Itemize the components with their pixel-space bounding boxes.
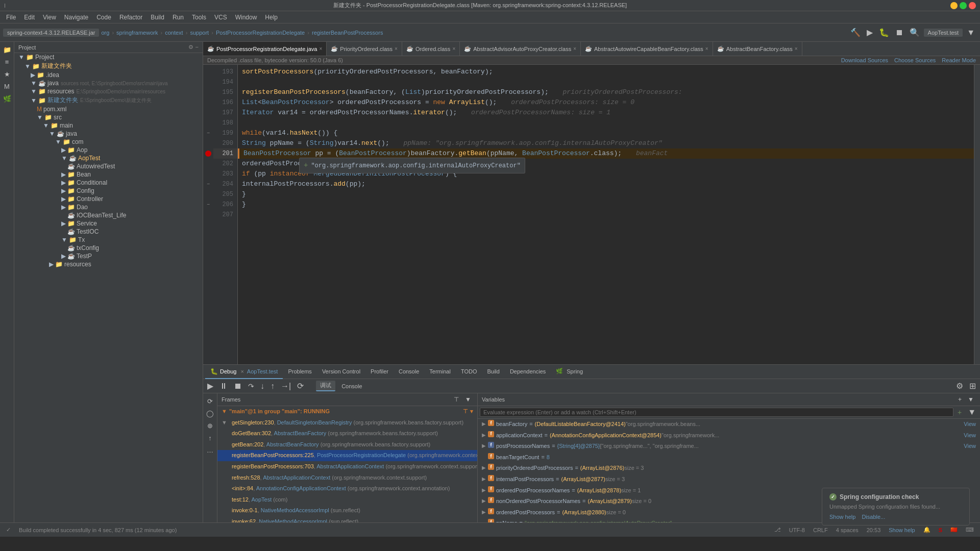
debug-resume-button[interactable]: ▶ [205,381,215,391]
tree-item-pom[interactable]: M pom.xml [14,105,203,113]
favorites-icon[interactable]: ★ [2,68,13,80]
debug-stepout-button[interactable]: ↑ [268,381,277,391]
eval-settings-button[interactable]: ▼ [966,407,978,417]
debug-more-icon[interactable]: … [205,444,216,456]
menu-code[interactable]: Code [92,13,115,22]
tree-item-project[interactable]: ▼ 📁 Project [14,53,203,61]
spring-disable-link[interactable]: Disable... [862,514,885,520]
stop-button[interactable]: ⏹ [893,28,905,38]
var-beanfactory-expand-icon[interactable]: ▶ [482,420,486,428]
frame-item-9[interactable]: ▼ invoke:62, NativeMethodAccessorImpl (s… [217,516,477,522]
vars-more-button[interactable]: ▼ [966,395,976,404]
build-button[interactable]: 🔨 [848,28,863,38]
bottom-tab-console[interactable]: Console [394,365,424,379]
run-button[interactable]: ▶ [865,28,875,38]
debug-settings-button[interactable]: ⚙ [954,381,965,391]
fold-199-icon[interactable]: − [207,131,210,136]
menu-vcs[interactable]: VCS [210,13,231,22]
reader-mode-link[interactable]: Reader Mode [942,57,976,63]
tree-item-aoptest[interactable]: ▼ ☕ AopTest [14,154,203,162]
debug-tab-console[interactable]: Console [337,382,366,390]
menu-navigate[interactable]: Navigate [60,13,92,22]
tree-item-idea[interactable]: ▶ 📁 .idea [14,71,203,79]
close-button[interactable] [969,2,976,9]
tab-abstractbean[interactable]: ☕ AbstractBeanFactory.class × [713,42,802,56]
menu-view[interactable]: View [39,13,60,22]
debug-restart-icon[interactable]: ⟳ [205,395,216,407]
bottom-tab-debug[interactable]: 🐛 Debug × AopTest.test [205,365,283,379]
var-item-beanfactory[interactable]: ▶ f beanFactory = (DefaultListableBeanFa… [478,419,980,430]
menu-help[interactable]: Help [261,13,282,22]
thread-more-icon[interactable]: ▾ [470,407,473,416]
show-help-label[interactable]: Show help [887,527,917,533]
debug-stepinto-button[interactable]: ↓ [258,381,266,391]
maximize-button[interactable] [960,2,967,9]
tree-item-tx[interactable]: ▼ 📁 Tx [14,236,203,244]
status-encoding[interactable]: UTF-8 [787,527,807,533]
debug-view-icon[interactable]: ⊕ [205,420,216,431]
config-dropdown-button[interactable]: ▼ [965,28,977,38]
thread-filter-icon[interactable]: ⊤ [463,407,468,416]
tab-ordered[interactable]: ☕ Ordered.class × [402,42,460,56]
tree-item-resources-main[interactable]: ▶ 📁 resources [14,260,203,268]
tab-abstractadvisor[interactable]: ☕ AbstractAdvisorAutoProxyCreator.class … [460,42,581,56]
tree-item-testioc[interactable]: ☕ TestIOC [14,228,203,236]
debug-mute-icon[interactable]: ◯ [205,408,216,419]
status-notifications-icon[interactable]: 🔔 [921,527,933,533]
var-ppnames-view-link[interactable]: View [964,442,976,451]
var-appctx-expand-icon[interactable]: ▶ [482,431,486,439]
var-beanfactory-view-link[interactable]: View [964,420,976,429]
tab-abstractadvisor-close[interactable]: × [573,46,576,52]
var-item-applicationcontext[interactable]: ▶ f applicationContext = (AnnotationConf… [478,430,980,441]
var-noppn-expand-icon[interactable]: ▶ [482,497,486,505]
frame-item-2[interactable]: ▼ getBean:202, AbstractBeanFactory (org.… [217,439,477,450]
tab-abstractautowire[interactable]: ☕ AbstractAutowireCapableBeanFactory.cla… [581,42,713,56]
maven-icon[interactable]: M [2,81,13,92]
frame-item-8[interactable]: ▼ invoke:0-1, NativeMethodAccessorImpl (… [217,505,477,516]
menu-tools[interactable]: Tools [188,13,210,22]
tree-item-resources[interactable]: ▼ 📁 resources E:\SpringbootDemo\src\main… [14,87,203,95]
tree-item-main[interactable]: ▼ 📁 main [14,121,203,130]
frames-more-button[interactable]: ▼ [463,395,473,404]
var-item-priorityordered[interactable]: ▶ f priorityOrderedPostProcessors = (Arr… [478,463,980,474]
tree-item-java-src[interactable]: ▼ ☕ java sources root, E:\SpringbootDemo… [14,79,203,87]
debug-export-icon[interactable]: ↑ [205,432,216,443]
var-ppnames-expand-icon[interactable]: ▶ [482,442,486,450]
menu-refactor[interactable]: Refactor [115,13,146,22]
tree-item-src[interactable]: ▼ 📁 src [14,113,203,121]
right-scrollbar[interactable] [974,65,980,364]
var-item-postprocessornames[interactable]: ▶ f postProcessorNames = {String[4]@2875… [478,441,980,452]
status-indent[interactable]: 4 spaces [834,527,861,533]
tree-item-txconfig[interactable]: ☕ txConfig [14,244,203,252]
bottom-tab-todo[interactable]: TODO [456,365,482,379]
status-line-ending[interactable]: CRLF [811,527,830,533]
tree-item-sub-folder[interactable]: ▼ 📁 新建文件夹 E:\SpringbootDemo\新建文件夹 [14,95,203,105]
tree-item-config[interactable]: ▶ 📁 Config [14,187,203,195]
add-watch-button[interactable]: + [956,395,964,404]
project-collapse-icon[interactable]: − [195,44,199,51]
frame-item-6[interactable]: ▼ <init>:84, AnnotationConfigApplication… [217,483,477,494]
var-opp-expand-icon[interactable]: ▶ [482,508,486,516]
project-icon[interactable]: 📁 [2,44,13,55]
fold-206-icon[interactable]: − [207,202,210,208]
bottom-tab-build[interactable]: Build [482,365,504,379]
tab-priorityordered-close[interactable]: × [395,46,398,52]
tree-item-com[interactable]: ▼ 📁 com [14,138,203,146]
tree-item-aop[interactable]: ▶ 📁 Aop [14,146,203,154]
minimize-button[interactable] [950,2,958,9]
breakpoint-201[interactable] [205,151,211,157]
fold-204-icon[interactable]: − [207,182,210,187]
frame-item-1[interactable]: ▼ doGetBean:302, AbstractBeanFactory (or… [217,428,477,439]
menu-build[interactable]: Build [146,13,168,22]
evaluate-expression-input[interactable] [480,408,953,417]
tree-item-autowiredtest[interactable]: ☕ AutowiredTest [14,162,203,170]
debug-stop-button[interactable]: ⏹ [232,381,244,391]
debug-stepover-button[interactable]: ↷ [246,382,256,391]
menu-run[interactable]: Run [168,13,188,22]
menu-edit[interactable]: Edit [20,13,39,22]
tab-ordered-close[interactable]: × [452,46,455,52]
bottom-tab-profiler[interactable]: Profiler [365,365,394,379]
debug-button[interactable]: 🐛 [877,28,891,38]
frame-item-4[interactable]: ▼ registerBeanPostProcessors:703, Abstra… [217,461,477,472]
debug-runtocursor-button[interactable]: →| [279,381,293,391]
